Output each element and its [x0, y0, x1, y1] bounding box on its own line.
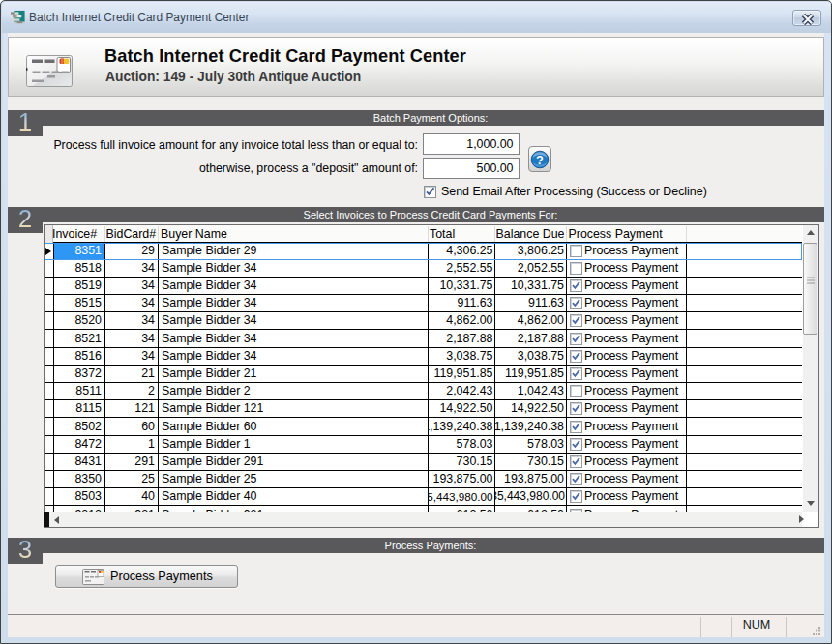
svg-text:?: ? [536, 152, 544, 166]
